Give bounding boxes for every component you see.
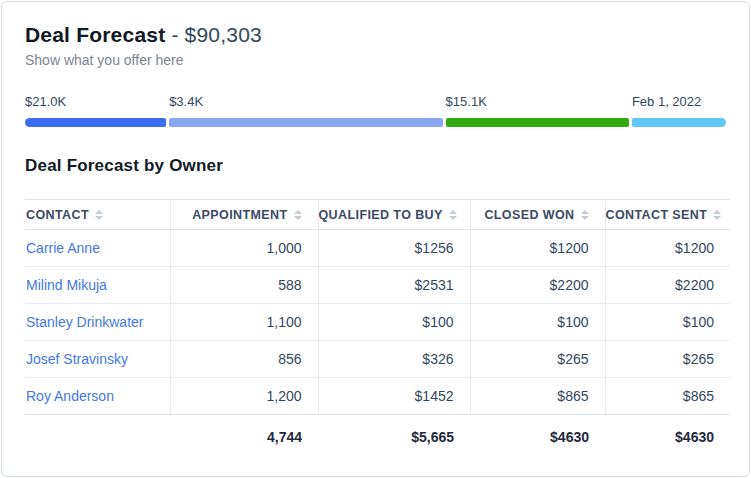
progress-segment-label: $3.4K — [169, 94, 442, 109]
progress-segment — [25, 118, 166, 127]
contact-cell: Josef Stravinsky — [25, 341, 170, 378]
sort-icon — [449, 210, 457, 220]
contact-sent-cell: $265 — [605, 341, 730, 378]
appointment-cell: 1,100 — [170, 304, 318, 341]
qualified-to-buy-cell: $1256 — [318, 230, 470, 267]
qualified-to-buy-cell: $326 — [318, 341, 470, 378]
totals-cell — [25, 415, 170, 459]
qualified-to-buy-cell: $2531 — [318, 267, 470, 304]
contact-sent-cell: $2200 — [605, 267, 730, 304]
appointment-cell: 1,000 — [170, 230, 318, 267]
closed-won-cell: $2200 — [470, 267, 605, 304]
contact-cell: Carrie Anne — [25, 230, 170, 267]
progress-segment-label: $15.1K — [446, 94, 629, 109]
table-row: Josef Stravinsky 856 $326 $265 $265 — [25, 341, 730, 378]
closed-won-cell: $865 — [470, 378, 605, 415]
sort-icon — [294, 210, 302, 220]
closed-won-cell: $265 — [470, 341, 605, 378]
column-header-label: CLOSED WON — [484, 208, 574, 222]
page-title-amount: - $90,303 — [165, 23, 262, 46]
deal-forecast-card: Deal Forecast - $90,303 Show what you of… — [1, 1, 750, 477]
table-header-row: CONTACT APPOINTMENT QUALIFIED TO BUY CLO… — [25, 200, 730, 230]
column-header-closed-won[interactable]: CLOSED WON — [470, 200, 605, 230]
page-title: Deal Forecast - $90,303 — [25, 22, 726, 47]
contact-sent-cell: $865 — [605, 378, 730, 415]
progress-segment — [446, 118, 629, 127]
progress-segment — [169, 118, 442, 127]
column-header-qualified-to-buy[interactable]: QUALIFIED TO BUY — [318, 200, 470, 230]
column-header-label: APPOINTMENT — [192, 208, 287, 222]
progress-segment-label: $21.0K — [25, 94, 166, 109]
contact-link[interactable]: Roy Anderson — [26, 388, 114, 404]
page-subtitle: Show what you offer here — [25, 52, 726, 68]
contact-link[interactable]: Josef Stravinsky — [26, 351, 128, 367]
column-header-contact[interactable]: CONTACT — [25, 200, 170, 230]
contact-link[interactable]: Carrie Anne — [26, 240, 100, 256]
sort-icon — [581, 210, 589, 220]
closed-won-cell: $1200 — [470, 230, 605, 267]
table-row: Milind Mikuja 588 $2531 $2200 $2200 — [25, 267, 730, 304]
totals-cell: $4630 — [605, 415, 730, 459]
progress-segment — [632, 118, 726, 127]
contact-cell: Stanley Drinkwater — [25, 304, 170, 341]
totals-cell: $5,665 — [318, 415, 470, 459]
contact-cell: Milind Mikuja — [25, 267, 170, 304]
totals-row: 4,744 $5,665 $4630 $4630 — [25, 415, 730, 459]
column-header-label: QUALIFIED TO BUY — [319, 208, 443, 222]
column-header-contact-sent[interactable]: CONTACT SENT — [605, 200, 730, 230]
qualified-to-buy-cell: $1452 — [318, 378, 470, 415]
progress-segment-label: Feb 1, 2022 — [632, 94, 726, 109]
table-row: Stanley Drinkwater 1,100 $100 $100 $100 — [25, 304, 730, 341]
column-header-appointment[interactable]: APPOINTMENT — [170, 200, 318, 230]
totals-cell: $4630 — [470, 415, 605, 459]
column-header-label: CONTACT SENT — [606, 208, 708, 222]
contact-sent-cell: $100 — [605, 304, 730, 341]
column-header-label: CONTACT — [26, 208, 89, 222]
appointment-cell: 588 — [170, 267, 318, 304]
section-title: Deal Forecast by Owner — [25, 156, 726, 176]
deal-forecast-table: CONTACT APPOINTMENT QUALIFIED TO BUY CLO… — [25, 199, 730, 459]
contact-sent-cell: $1200 — [605, 230, 730, 267]
contact-cell: Roy Anderson — [25, 378, 170, 415]
appointment-cell: 856 — [170, 341, 318, 378]
table-row: Carrie Anne 1,000 $1256 $1200 $1200 — [25, 230, 730, 267]
contact-link[interactable]: Stanley Drinkwater — [26, 314, 144, 330]
page-title-text: Deal Forecast — [25, 23, 165, 46]
qualified-to-buy-cell: $100 — [318, 304, 470, 341]
progress-bar — [25, 118, 726, 127]
sort-icon — [95, 210, 103, 220]
table-row: Roy Anderson 1,200 $1452 $865 $865 — [25, 378, 730, 415]
appointment-cell: 1,200 — [170, 378, 318, 415]
progress-bar-labels: $21.0K$3.4K$15.1KFeb 1, 2022 — [25, 94, 726, 109]
contact-link[interactable]: Milind Mikuja — [26, 277, 107, 293]
sort-icon — [713, 210, 721, 220]
closed-won-cell: $100 — [470, 304, 605, 341]
totals-cell: 4,744 — [170, 415, 318, 459]
